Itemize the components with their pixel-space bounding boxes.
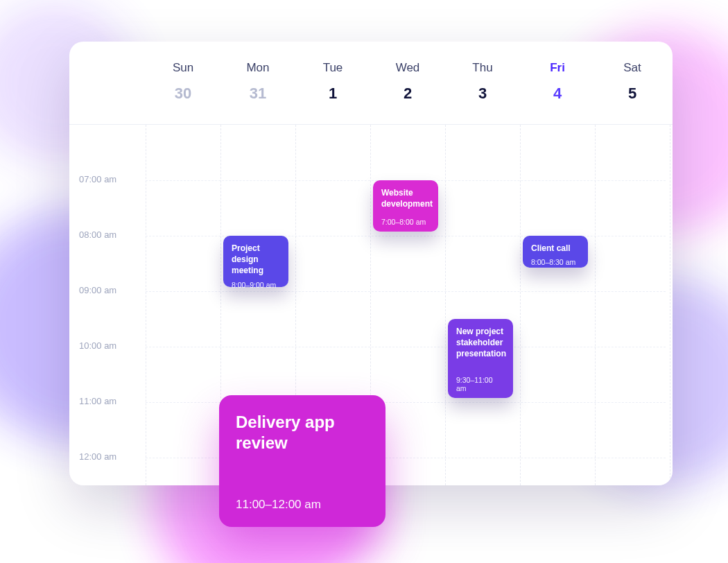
grid-horizontal-line xyxy=(146,347,666,347)
time-label: 07:00 am xyxy=(79,174,135,184)
event-time: 9:30–11:00 am xyxy=(456,376,505,392)
event-title: Project design meeting xyxy=(232,243,280,277)
day-date: 2 xyxy=(370,85,445,103)
time-row: 09:00 am xyxy=(69,291,673,347)
event-time: 11:00–12:00 am xyxy=(236,498,369,512)
time-label: 09:00 am xyxy=(79,285,135,295)
day-label: Mon xyxy=(220,61,295,75)
event-title: New project stakeholder presentation xyxy=(456,326,505,360)
event-time: 8:00–8:30 am xyxy=(531,258,580,266)
day-date: 31 xyxy=(220,85,295,103)
event-website-development[interactable]: Website development7:00–8:00 am xyxy=(373,180,438,232)
calendar-header: Sun30Mon31Tue1Wed2Thu3Fri4Sat5 xyxy=(69,42,673,125)
event-title: Delivery app review xyxy=(236,412,369,453)
grid-horizontal-line xyxy=(146,236,666,236)
day-date: 1 xyxy=(295,85,370,103)
day-label: Tue xyxy=(295,61,370,75)
time-label: 10:00 am xyxy=(79,340,135,351)
day-header-thu[interactable]: Thu3 xyxy=(445,42,520,125)
day-header-tue[interactable]: Tue1 xyxy=(295,42,370,125)
day-date: 4 xyxy=(520,85,595,103)
day-label: Sun xyxy=(146,61,220,75)
day-header-fri[interactable]: Fri4 xyxy=(520,42,595,125)
event-title: Client call xyxy=(531,243,580,254)
day-header-sun[interactable]: Sun30 xyxy=(146,42,220,125)
event-project-design-meeting[interactable]: Project design meeting8:00–9:00 am xyxy=(223,236,288,287)
event-title: Website development xyxy=(381,187,430,209)
day-date: 5 xyxy=(595,85,670,103)
time-row: 07:00 am xyxy=(69,180,673,236)
time-row: 10:00 am xyxy=(69,347,673,402)
event-time: 8:00–9:00 am xyxy=(232,281,280,289)
day-header-sat[interactable]: Sat5 xyxy=(595,42,670,125)
day-header-wed[interactable]: Wed2 xyxy=(370,42,445,125)
time-label: 12:00 am xyxy=(79,451,135,462)
event-delivery-app-review[interactable]: Delivery app review11:00–12:00 am xyxy=(219,395,385,527)
day-date: 3 xyxy=(445,85,520,103)
day-label: Thu xyxy=(445,61,520,75)
time-label: 11:00 am xyxy=(79,396,135,406)
event-new-project-stakeholder-presentation[interactable]: New project stakeholder presentation9:30… xyxy=(448,319,513,398)
day-label: Sat xyxy=(595,61,670,75)
day-date: 30 xyxy=(146,85,220,103)
event-client-call[interactable]: Client call8:00–8:30 am xyxy=(523,236,588,268)
day-label: Fri xyxy=(520,61,595,75)
time-label: 08:00 am xyxy=(79,229,135,240)
day-label: Wed xyxy=(370,61,445,75)
day-header-mon[interactable]: Mon31 xyxy=(220,42,295,125)
grid-horizontal-line xyxy=(146,291,666,292)
event-time: 7:00–8:00 am xyxy=(381,218,430,226)
